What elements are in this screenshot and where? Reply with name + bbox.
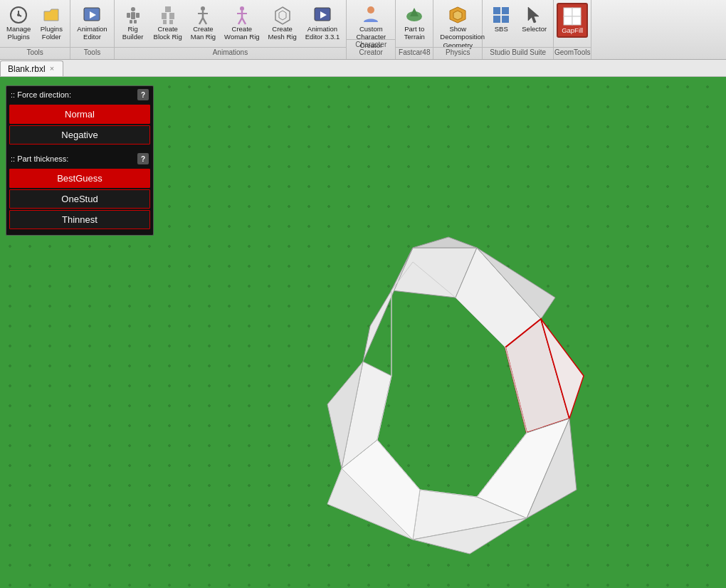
svg-rect-14 <box>169 20 173 24</box>
create-block-rig-button[interactable]: CreateBlock Rig <box>150 3 186 43</box>
toolbar-group-tools1: ManagePlugins PluginsFolder Tools <box>0 0 70 59</box>
side-panel: :: Force direction: ? Normal Negative ::… <box>6 85 154 236</box>
svg-point-15 <box>201 6 205 11</box>
animation-editor-label: AnimationEditor <box>77 25 107 41</box>
animation-editor2-button[interactable]: AnimationEditor 3.3.1 <box>302 3 344 43</box>
svg-rect-13 <box>163 20 167 24</box>
create-woman-rig-button[interactable]: CreateWoman Rig <box>221 3 263 43</box>
svg-rect-5 <box>131 12 135 19</box>
svg-rect-35 <box>502 7 509 14</box>
part-to-terrain-label: Part toTerrain <box>404 25 425 41</box>
svg-point-20 <box>240 6 244 11</box>
svg-point-4 <box>131 7 135 11</box>
force-direction-title: :: Force direction: <box>11 90 71 99</box>
create-block-rig-label: CreateBlock Rig <box>154 25 182 41</box>
create-woman-rig-label: CreateWoman Rig <box>224 25 259 41</box>
geomtools-group-label: GeomTools <box>554 47 591 58</box>
animation-editor-icon <box>82 5 102 25</box>
svg-rect-9 <box>134 20 137 23</box>
negative-option[interactable]: Negative <box>9 125 150 145</box>
selector-icon <box>525 5 544 25</box>
manage-plugins-label: ManagePlugins <box>6 25 31 41</box>
toolbar-group-character-creator: Custom CharacterCreator Character Creato… <box>347 0 396 59</box>
create-mesh-rig-button[interactable]: CreateMesh Rig <box>265 3 300 43</box>
shape-container <box>270 233 626 575</box>
animation-editor-button[interactable]: AnimationEditor <box>73 3 110 43</box>
part-to-terrain-button[interactable]: Part toTerrain <box>399 3 430 43</box>
manage-plugins-icon <box>9 5 28 25</box>
onestud-option[interactable]: OneStud <box>9 189 150 209</box>
svg-rect-8 <box>130 20 132 23</box>
svg-line-19 <box>203 18 206 24</box>
bestguess-option[interactable]: BestGuess <box>9 169 150 188</box>
svg-rect-42 <box>572 16 581 25</box>
part-thickness-title: :: Part thickness: <box>11 154 68 163</box>
create-mesh-rig-icon <box>273 5 293 25</box>
create-man-rig-button[interactable]: CreateMan Rig <box>187 3 219 43</box>
plugins-folder-icon <box>41 5 61 25</box>
tab-label: Blank.rbxl <box>8 64 46 74</box>
toolbar-group-animations: RigBuilder CreateBlock Rig CreateMan Rig… <box>115 0 347 59</box>
show-decomposition-icon <box>448 5 468 25</box>
sbs-button[interactable]: SBS <box>485 3 517 35</box>
toolbar-group-sbs: SBS Selector Studio Build Suite <box>483 0 554 59</box>
animations-group-label: Animations <box>115 47 347 58</box>
selector-button[interactable]: Selector <box>518 3 550 35</box>
part-to-terrain-icon <box>404 5 424 25</box>
sbs-icon <box>491 5 511 25</box>
anim-group-label: Tools <box>70 47 113 58</box>
physics-group-label: Physics <box>433 47 482 58</box>
toolbar-group-fastcar48: Part toTerrain Fastcar48 <box>396 0 433 59</box>
toolbar: ManagePlugins PluginsFolder Tools Animat… <box>0 0 726 60</box>
canvas-area: :: Force direction: ? Normal Negative ::… <box>0 77 726 588</box>
shape-svg <box>270 233 626 575</box>
show-decomposition-label: Show DecompositionGeometry <box>440 25 475 49</box>
svg-rect-7 <box>136 13 140 18</box>
part-thickness-help[interactable]: ? <box>137 153 149 164</box>
svg-rect-34 <box>493 7 500 14</box>
animation-editor2-label: AnimationEditor 3.3.1 <box>305 25 340 41</box>
svg-point-29 <box>367 6 374 14</box>
create-block-rig-icon <box>158 5 178 25</box>
rig-builder-button[interactable]: RigBuilder <box>117 3 149 43</box>
gapfill-label: GapFill <box>562 26 583 34</box>
plugins-folder-button[interactable]: PluginsFolder <box>36 3 67 43</box>
svg-marker-38 <box>528 7 539 23</box>
manage-plugins-button[interactable]: ManagePlugins <box>3 3 34 43</box>
svg-rect-41 <box>564 16 572 25</box>
gapfill-icon <box>562 6 582 26</box>
part-thickness-section: :: Part thickness: ? <box>6 150 153 167</box>
svg-line-24 <box>242 18 246 24</box>
svg-rect-10 <box>165 6 171 12</box>
rig-builder-icon <box>123 5 143 25</box>
toolbar-group-physics: Show DecompositionGeometry Physics <box>433 0 483 59</box>
sbs-group-label: Studio Build Suite <box>483 47 553 58</box>
svg-rect-12 <box>169 13 174 19</box>
selector-label: Selector <box>522 25 547 33</box>
svg-marker-44 <box>413 237 477 248</box>
create-mesh-rig-label: CreateMesh Rig <box>268 25 297 41</box>
svg-point-1 <box>17 14 20 16</box>
fastcar48-group-label: Fastcar48 <box>396 47 433 58</box>
svg-marker-33 <box>453 11 462 20</box>
rig-builder-label: RigBuilder <box>122 25 144 41</box>
svg-rect-6 <box>127 13 130 18</box>
tab-blank-rbxl[interactable]: Blank.rbxl × <box>0 61 63 76</box>
force-direction-help[interactable]: ? <box>137 89 149 100</box>
svg-marker-26 <box>279 11 286 20</box>
force-direction-section: :: Force direction: ? <box>6 86 153 103</box>
svg-rect-40 <box>572 8 581 16</box>
normal-option[interactable]: Normal <box>9 105 150 124</box>
gapfill-button[interactable]: GapFill <box>557 3 588 38</box>
tab-close-button[interactable]: × <box>50 65 54 73</box>
animation-editor2-icon <box>312 5 332 25</box>
toolbar-group-anim: AnimationEditor Tools <box>70 0 114 59</box>
plugins-folder-label: PluginsFolder <box>41 25 63 41</box>
create-man-rig-label: CreateMan Rig <box>191 25 216 41</box>
create-woman-rig-icon <box>232 5 252 25</box>
thinnest-option[interactable]: Thinnest <box>9 210 150 229</box>
toolbar-group-geomtools: GapFill GeomTools <box>554 0 591 59</box>
sbs-label: SBS <box>495 25 508 33</box>
svg-marker-57 <box>363 248 413 362</box>
show-decomposition-button[interactable]: Show DecompositionGeometry <box>436 3 479 51</box>
